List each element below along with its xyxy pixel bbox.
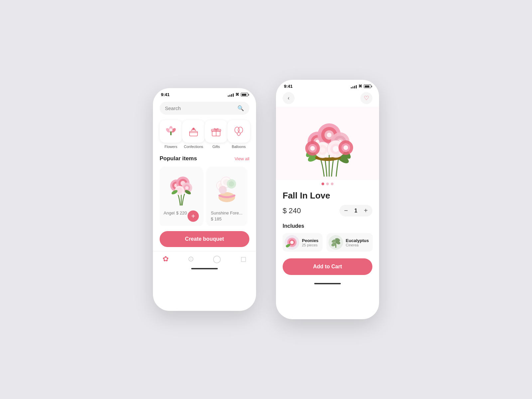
categories-section: Flowers Confections	[160, 120, 249, 149]
products-row: Angel $ 220 +	[160, 167, 249, 226]
balloons-label: Balloons	[232, 145, 246, 149]
svg-point-19	[185, 186, 189, 190]
image-dots	[276, 183, 379, 185]
include-peonies: Peonies 25 pieces	[283, 233, 323, 252]
bouquet-svg-2	[213, 171, 241, 207]
add-to-cart-btn-1[interactable]: +	[188, 210, 199, 222]
popular-header: Popular items View all	[160, 155, 249, 162]
confections-icon	[188, 125, 200, 137]
balloons-icon	[233, 125, 245, 137]
detail-content: Fall In Love $ 240 − 1 + Includes	[276, 185, 379, 280]
svg-point-59	[343, 145, 348, 150]
status-bar-1: 9:41 ⌘	[153, 88, 256, 99]
home-indicator-1	[191, 268, 218, 269]
view-all-link[interactable]: View all	[234, 156, 249, 161]
status-icons-2: ⌘	[351, 84, 371, 88]
status-bar-2: 9:41 ⌘	[276, 80, 379, 91]
signal-icon	[228, 93, 234, 97]
nav-location-icon[interactable]: ⊙	[188, 255, 194, 263]
svg-point-3	[169, 128, 173, 132]
time-1: 9:41	[161, 92, 170, 97]
eucalyptus-desc: Cinerea	[346, 243, 369, 247]
detail-header: ‹ ♡	[276, 91, 379, 107]
svg-point-63	[290, 241, 294, 244]
eucalyptus-text: Eucalyptus Cinerea	[346, 238, 369, 247]
eucalyptus-name: Eucalyptus	[346, 238, 369, 243]
status-icons-1: ⌘	[228, 92, 248, 97]
dot-3	[331, 183, 333, 185]
svg-point-31	[219, 186, 227, 194]
phone-browse: 9:41 ⌘ 🔍	[153, 88, 256, 311]
confections-label: Confections	[184, 145, 203, 149]
svg-point-56	[310, 146, 315, 151]
detail-bouquet-svg	[291, 108, 364, 178]
time-2: 9:41	[284, 84, 293, 89]
flowers-label: Flowers	[165, 145, 178, 149]
svg-rect-4	[170, 131, 172, 135]
quantity-control: − 1 +	[339, 205, 372, 216]
search-input[interactable]	[165, 105, 237, 111]
product-card-2[interactable]: Sunshine Fore... $ 185	[207, 167, 247, 226]
balloons-icon-box	[227, 120, 250, 143]
svg-point-53	[333, 146, 339, 152]
search-bar[interactable]: 🔍	[160, 102, 249, 115]
include-eucalyptus: Eucalyptus Cinerea	[327, 233, 373, 252]
product-card-1[interactable]: Angel $ 220 +	[160, 167, 203, 226]
create-bouquet-button[interactable]: Create bouquet	[160, 231, 249, 247]
favorite-button[interactable]: ♡	[360, 92, 372, 104]
category-balloons[interactable]: Balloons	[227, 120, 250, 149]
product-name-2: Sunshine Fore...	[211, 210, 242, 215]
svg-point-21	[177, 188, 183, 194]
includes-title: Includes	[283, 223, 372, 229]
home-indicator-2	[314, 283, 341, 284]
nav-profile-icon[interactable]: ◯	[213, 255, 221, 263]
phone-detail: 9:41 ⌘ ‹ ♡	[276, 80, 379, 319]
includes-section: Includes	[283, 223, 372, 252]
svg-point-30	[229, 181, 234, 187]
product-image-1	[164, 171, 199, 207]
product-image-2	[211, 171, 243, 207]
decrease-btn[interactable]: −	[344, 207, 348, 214]
popular-title: Popular items	[160, 155, 197, 162]
svg-point-50	[320, 147, 325, 153]
peonies-name: Peonies	[302, 238, 319, 243]
battery-icon-2	[364, 84, 371, 88]
svg-point-43	[327, 133, 332, 137]
signal-icon-2	[351, 84, 357, 88]
gifts-icon	[210, 125, 222, 137]
bottom-nav: ✿ ⊙ ◯ ◻	[153, 251, 256, 265]
detail-price: $ 240	[283, 206, 301, 215]
product-title: Fall In Love	[283, 191, 372, 201]
wifi-icon-2: ⌘	[358, 84, 362, 88]
peonies-desc: 25 pieces	[302, 243, 319, 247]
nav-home-icon[interactable]: ✿	[163, 255, 169, 263]
svg-point-10	[238, 127, 243, 133]
back-button[interactable]: ‹	[283, 92, 295, 104]
add-to-cart-button[interactable]: Add to Cart	[283, 258, 372, 275]
category-gifts[interactable]: Gifts	[205, 120, 227, 149]
product-name-1: Angel	[164, 210, 175, 215]
search-icon: 🔍	[237, 105, 244, 111]
increase-btn[interactable]: +	[364, 207, 368, 214]
battery-icon	[241, 93, 248, 96]
dot-1	[322, 183, 324, 185]
bouquet-svg-1	[166, 171, 196, 207]
flowers-icon-box	[160, 120, 182, 143]
product-price-2: $ 185	[211, 216, 222, 221]
nav-bag-icon[interactable]: ◻	[240, 255, 246, 263]
svg-point-6	[193, 128, 195, 130]
wifi-icon: ⌘	[235, 92, 239, 97]
quantity-value: 1	[352, 208, 359, 214]
gifts-icon-box	[205, 120, 227, 143]
gifts-label: Gifts	[212, 145, 220, 149]
product-price-1: $ 220	[176, 210, 187, 215]
phones-container: 9:41 ⌘ 🔍	[153, 80, 379, 319]
price-qty-row: $ 240 − 1 +	[283, 205, 372, 216]
includes-items: Peonies 25 pieces	[283, 233, 372, 252]
peonies-icon	[285, 235, 299, 250]
confections-icon-box	[182, 120, 205, 143]
svg-rect-5	[190, 131, 198, 136]
category-confections[interactable]: Confections	[182, 120, 205, 149]
category-flowers[interactable]: Flowers	[160, 120, 182, 149]
eucalyptus-icon	[329, 235, 343, 250]
